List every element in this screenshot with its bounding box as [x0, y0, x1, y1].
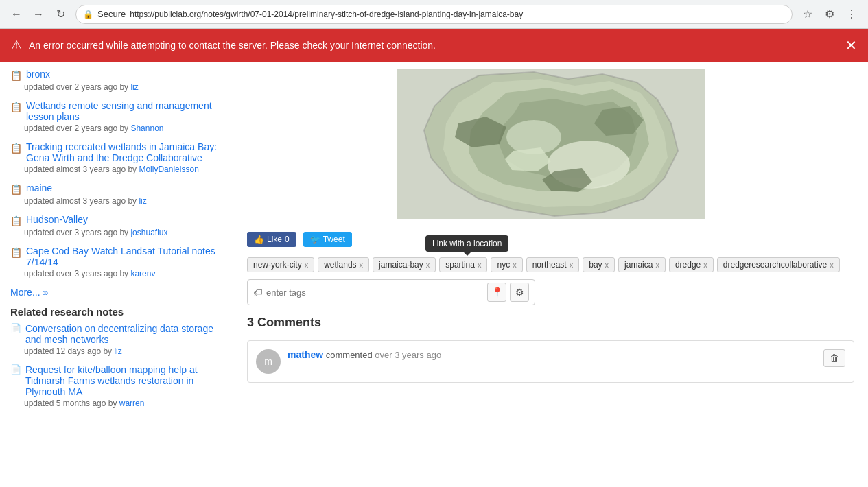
- sidebar-link-wetlands[interactable]: 📋 Wetlands remote sensing and management…: [10, 100, 222, 122]
- author-link-warren[interactable]: warren: [119, 399, 145, 408]
- tag-remove-wetlands[interactable]: x: [360, 261, 364, 269]
- more-link[interactable]: More... »: [10, 287, 222, 298]
- address-bar[interactable]: 🔒 Secure https://publiclab.org/notes/gwi…: [75, 5, 793, 24]
- comment-action: commented: [326, 350, 375, 360]
- secure-label: Secure: [97, 9, 126, 19]
- delete-comment-button[interactable]: 🗑: [823, 349, 845, 367]
- author-link-karenv[interactable]: karenv: [130, 269, 155, 278]
- tag-remove-jamaica[interactable]: x: [655, 261, 659, 269]
- sidebar-link-tracking[interactable]: 📋 Tracking recreated wetlands in Jamaica…: [10, 141, 222, 163]
- avatar: m: [256, 349, 281, 374]
- comment-meta: mathew commented over 3 years ago: [288, 349, 817, 360]
- tag-remove-northeast[interactable]: x: [570, 261, 574, 269]
- sidebar-item-bronx: 📋 bronx updated over 2 years ago by liz: [10, 69, 222, 92]
- sidebar-link-tidmarsh[interactable]: 📄 Request for kite/balloon mapping help …: [10, 364, 222, 397]
- tag-new-york-city: new-york-city x: [247, 257, 314, 272]
- tag-bay: bay x: [583, 257, 615, 272]
- tag-remove-bay[interactable]: x: [605, 261, 609, 269]
- sidebar-item-tracking: 📋 Tracking recreated wetlands in Jamaica…: [10, 141, 222, 174]
- page-layout: 📋 bronx updated over 2 years ago by liz …: [0, 62, 868, 487]
- sidebar-item-hudson: 📋 Hudson-Valley updated over 3 years ago…: [10, 214, 222, 237]
- bookmark-button[interactable]: ☆: [798, 5, 817, 24]
- book-icon-bronx: 📋: [10, 70, 22, 81]
- tag-remove-spartina[interactable]: x: [478, 261, 482, 269]
- comment-timestamp: over 3 years ago: [375, 350, 441, 360]
- location-pin-icon: 📍: [491, 287, 503, 298]
- error-banner: ⚠ An error occurred while attempting to …: [0, 29, 868, 62]
- author-link-liz3[interactable]: liz: [114, 346, 121, 356]
- sidebar-link-maine[interactable]: 📋 maine: [10, 182, 222, 195]
- extensions-button[interactable]: ⚙: [820, 5, 839, 24]
- sidebar-item-decentralizing: 📄 Conversation on decentralizing data st…: [10, 323, 222, 356]
- fb-icon: 👍: [254, 235, 264, 244]
- tag-input-icon: 🏷: [253, 287, 263, 298]
- sidebar-link-capecod[interactable]: 📋 Cape Cod Bay Watch Landsat Tutorial no…: [10, 246, 222, 268]
- tags-container: new-york-city x wetlands x jamaica-bay x…: [247, 257, 854, 272]
- comments-header: 3 Comments: [247, 316, 854, 330]
- nav-buttons: ← → ↻: [7, 5, 70, 24]
- sidebar-meta-tidmarsh: updated 5 months ago by warren: [24, 399, 222, 408]
- author-link-molly[interactable]: MollyDanielsson: [139, 165, 198, 174]
- sidebar-link-decentralizing[interactable]: 📄 Conversation on decentralizing data st…: [10, 323, 222, 345]
- sidebar-meta-hudson: updated over 3 years ago by joshuaflux: [24, 228, 222, 237]
- sidebar-item-wetlands: 📋 Wetlands remote sensing and management…: [10, 100, 222, 133]
- tag-remove-jamaica-bay[interactable]: x: [426, 261, 430, 269]
- tag-jamaica: jamaica x: [618, 257, 666, 272]
- book-icon-tracking: 📋: [10, 143, 22, 154]
- tag-spartina: spartina x: [439, 257, 487, 272]
- sidebar-meta-maine: updated almost 3 years ago by liz: [24, 196, 222, 206]
- social-buttons: 👍 Like 0 🐦 Tweet: [247, 232, 854, 247]
- back-button[interactable]: ←: [7, 5, 26, 24]
- tag-remove-dredge[interactable]: x: [703, 261, 707, 269]
- tweet-button[interactable]: 🐦 Tweet: [303, 232, 352, 247]
- aerial-image: [397, 69, 705, 219]
- image-container: [247, 69, 854, 222]
- author-link-liz2[interactable]: liz: [139, 196, 146, 206]
- tag-jamaica-bay: jamaica-bay x: [373, 257, 436, 272]
- sidebar-meta-tracking: updated almost 3 years ago by MollyDanie…: [24, 165, 222, 174]
- gear-icon: ⚙: [515, 287, 524, 298]
- facebook-like-button[interactable]: 👍 Like 0: [247, 232, 296, 247]
- menu-button[interactable]: ⋮: [842, 5, 861, 24]
- avatar-initial: m: [264, 356, 272, 367]
- tag-remove-dredgeresearch[interactable]: x: [830, 261, 834, 269]
- comment-username[interactable]: mathew: [288, 349, 323, 360]
- file-icon-tidmarsh: 📄: [10, 364, 21, 375]
- tag-northeast: northeast x: [526, 257, 580, 272]
- sidebar-meta-wetlands: updated over 2 years ago by Shannon: [24, 123, 222, 133]
- like-count: 0: [285, 235, 290, 244]
- sidebar-link-hudson[interactable]: 📋 Hudson-Valley: [10, 214, 222, 226]
- sidebar-item-tidmarsh: 📄 Request for kite/balloon mapping help …: [10, 364, 222, 408]
- forward-button[interactable]: →: [29, 5, 48, 24]
- browser-actions: ☆ ⚙ ⋮: [798, 5, 861, 24]
- book-icon-maine: 📋: [10, 184, 22, 195]
- book-icon-wetlands: 📋: [10, 102, 22, 112]
- sidebar-item-maine: 📋 maine updated almost 3 years ago by li…: [10, 182, 222, 206]
- twitter-icon: 🐦: [310, 235, 320, 244]
- tag-remove-nyc[interactable]: x: [513, 261, 517, 269]
- error-message: An error occurred while attempting to co…: [29, 40, 436, 51]
- browser-chrome: ← → ↻ 🔒 Secure https://publiclab.org/not…: [0, 0, 868, 29]
- sidebar-meta-decentralizing: updated 12 days ago by liz: [24, 346, 222, 356]
- settings-button[interactable]: ⚙: [510, 283, 529, 302]
- file-icon-decentralizing: 📄: [10, 323, 21, 333]
- sidebar-meta-bronx: updated over 2 years ago by liz: [24, 82, 222, 92]
- author-link-joshua[interactable]: joshuaflux: [130, 228, 167, 237]
- author-link-liz[interactable]: liz: [130, 82, 138, 92]
- main-content: 👍 Like 0 🐦 Tweet new-york-city x wetland…: [233, 62, 868, 487]
- secure-icon: 🔒: [83, 10, 93, 19]
- sidebar-link-bronx[interactable]: 📋 bronx: [10, 69, 222, 81]
- author-link-shannon[interactable]: Shannon: [130, 123, 163, 133]
- sidebar-item-capecod: 📋 Cape Cod Bay Watch Landsat Tutorial no…: [10, 246, 222, 278]
- tag-input[interactable]: [266, 287, 484, 298]
- tag-nyc: nyc x: [491, 257, 522, 272]
- link-location-tooltip: Link with a location: [425, 235, 508, 252]
- book-icon-hudson: 📋: [10, 215, 22, 226]
- tag-remove-new-york-city[interactable]: x: [305, 261, 309, 269]
- link-location-button[interactable]: 📍: [487, 283, 506, 302]
- reload-button[interactable]: ↻: [51, 5, 70, 24]
- tag-input-row: 🏷 📍 ⚙: [247, 279, 535, 305]
- error-icon: ⚠: [11, 38, 22, 53]
- error-close-button[interactable]: ✕: [845, 37, 857, 54]
- comment-box: m mathew commented over 3 years ago 🗑: [247, 340, 854, 383]
